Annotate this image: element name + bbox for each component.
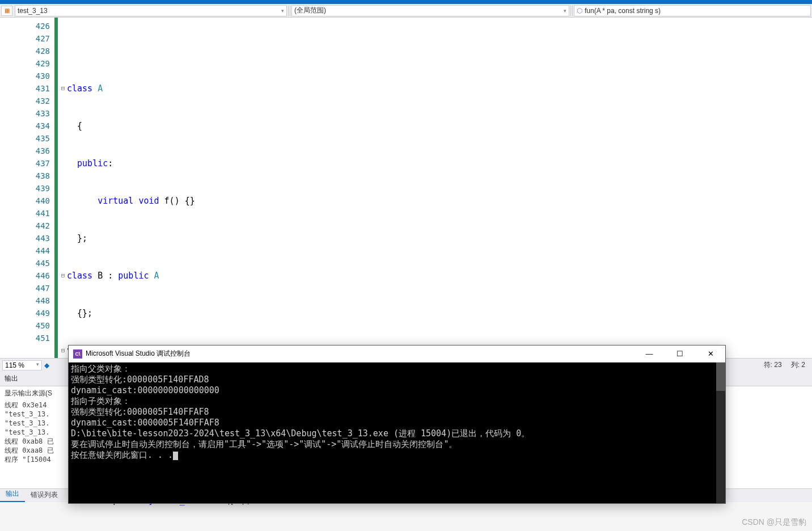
line-gutter: 4264274284294304314324334344354364374384… <box>0 18 54 358</box>
divider <box>288 5 290 16</box>
function-dropdown-label: fun(A * pa, const string s) <box>585 7 661 15</box>
char-count: 符: 23 <box>764 360 782 370</box>
fold-icon[interactable]: ⊟ <box>59 269 67 282</box>
debug-console-window: C\ Microsoft Visual Studio 调试控制台 — ☐ ✕ 指… <box>68 345 726 504</box>
file-dropdown-label: test_3_13 <box>18 7 48 15</box>
console-titlebar[interactable]: C\ Microsoft Visual Studio 调试控制台 — ☐ ✕ <box>69 345 725 363</box>
col-count: 列: 2 <box>791 360 805 370</box>
scrollbar-thumb[interactable] <box>716 363 725 391</box>
code-editor[interactable]: 4264274284294304314324334344354364374384… <box>0 18 812 358</box>
tab-output[interactable]: 输出 <box>0 487 25 502</box>
scope-dropdown[interactable]: (全局范围)▾ <box>291 5 569 16</box>
divider <box>570 5 573 16</box>
console-title-text: Microsoft Visual Studio 调试控制台 <box>86 349 191 359</box>
chevron-down-icon: ▾ <box>36 361 39 369</box>
cube-icon: ⬡ <box>577 7 582 15</box>
minimize-button[interactable]: — <box>639 349 659 358</box>
console-output[interactable]: 指向父类对象：强制类型转化:0000005F140FFAD8dynamic_ca… <box>69 363 725 503</box>
close-button[interactable]: ✕ <box>700 349 721 358</box>
file-type-icon: ▦ <box>1 6 12 16</box>
watermark: CSDN @只是雪豹 <box>742 517 806 528</box>
maximize-button[interactable]: ☐ <box>670 349 690 358</box>
chevron-down-icon: ▾ <box>281 8 284 14</box>
info-icon[interactable]: ◆ <box>44 361 49 369</box>
zoom-dropdown[interactable]: 115 %▾ <box>2 360 42 370</box>
vs-icon: C\ <box>73 349 82 359</box>
breadcrumb-bar: ▦ test_3_13▾ (全局范围)▾ ⬡fun(A * pa, const … <box>0 4 812 18</box>
tab-error-list[interactable]: 错误列表 <box>25 488 64 502</box>
zoom-value: 115 % <box>5 361 24 369</box>
code-area[interactable]: ⊟class A { public: virtual void f() {} }… <box>58 18 812 358</box>
fold-icon[interactable]: ⊟ <box>59 82 67 95</box>
fold-icon[interactable]: ⊟ <box>59 344 67 357</box>
file-dropdown[interactable]: test_3_13▾ <box>15 5 287 16</box>
title-bar-accent <box>0 0 812 4</box>
function-dropdown[interactable]: ⬡fun(A * pa, const string s) <box>574 5 811 16</box>
scope-dropdown-label: (全局范围) <box>294 6 326 15</box>
console-scrollbar[interactable] <box>716 363 725 503</box>
chevron-down-icon: ▾ <box>564 8 566 14</box>
